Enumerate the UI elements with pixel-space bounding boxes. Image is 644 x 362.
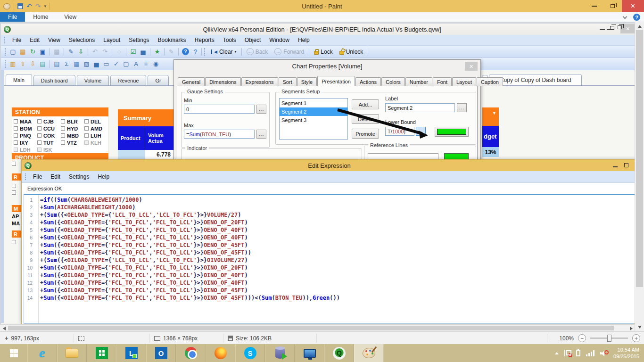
edit-note-icon[interactable]: ✎: [167, 47, 176, 56]
menu-reports[interactable]: Reports: [190, 37, 219, 43]
help-icon[interactable]: ?: [182, 48, 189, 55]
menu-tools[interactable]: Tools: [219, 37, 240, 43]
taskbar-remote-desktop[interactable]: [295, 344, 324, 362]
taskbar-chrome[interactable]: [176, 344, 206, 362]
horizontal-scrollbar[interactable]: [0, 324, 635, 331]
create-slider-icon[interactable]: ≡: [141, 59, 150, 68]
undo-icon[interactable]: ↶: [91, 47, 99, 56]
station-checkbox-ixy[interactable]: IXY: [14, 139, 37, 146]
sheet-tab-dash-board[interactable]: Dash board: [33, 75, 75, 85]
expression-text[interactable]: +Sum({<OILOAD_TYPE={'FCL_TO_FCL','FCL_TO…: [36, 295, 340, 302]
minimize-icon[interactable]: [613, 166, 618, 167]
close-button[interactable]: ×: [622, 0, 644, 12]
redo-icon[interactable]: ↷: [35, 3, 41, 9]
station-checkbox-ccu[interactable]: CCU: [37, 125, 61, 132]
vertical-scrollbar[interactable]: [635, 22, 644, 331]
taskbar-store[interactable]: [87, 344, 116, 362]
volume-muted-icon[interactable]: [600, 350, 608, 356]
taskbar-internet-explorer[interactable]: e: [27, 344, 57, 362]
checkbox-clipped[interactable]: [12, 240, 16, 244]
create-statistics-box-icon[interactable]: Σ: [62, 59, 71, 68]
create-current-selections-box-icon[interactable]: ✓: [112, 59, 121, 68]
taskbar-qlikview[interactable]: Q: [324, 344, 354, 362]
expression-text[interactable]: +(Sum({<OELOAD_TYPE={'LCL_TO_LCL','LCL_T…: [36, 212, 241, 219]
list-item-clipped[interactable]: MA: [12, 221, 20, 226]
create-table-box-icon[interactable]: ▦: [72, 59, 81, 68]
print-icon[interactable]: ▤: [52, 47, 61, 56]
segment-color-button[interactable]: [435, 127, 469, 137]
search-icon[interactable]: ○: [115, 47, 124, 56]
expression-text[interactable]: +Sum({<OELOAD_TYPE={'FCL_TO_FCL','FCL_TO…: [36, 227, 248, 234]
show-hidden-icons-icon[interactable]: [555, 352, 559, 354]
edit-expression-titlebar[interactable]: Q Edit Expression: [22, 160, 635, 171]
station-checkbox-pnq[interactable]: PNQ: [14, 132, 37, 139]
dialog-tab-dimensions[interactable]: Dimensions: [205, 77, 240, 86]
dialog-tab-sort[interactable]: Sort: [279, 77, 297, 86]
segment-item-segment-3[interactable]: Segment 3: [280, 116, 347, 124]
label-ellipsis-button[interactable]: ...: [457, 103, 467, 112]
max-input[interactable]: =Sum(BTON_TEU): [184, 130, 255, 139]
station-checkbox-isk[interactable]: ISK: [37, 146, 61, 153]
station-checkbox-tut[interactable]: TUT: [37, 139, 61, 146]
expression-text[interactable]: +Sum({<OILOAD_TYPE={'FCL_TO_FCL','FCL_TO…: [36, 280, 248, 287]
taskbar-file-explorer[interactable]: [57, 344, 87, 362]
dialog-tab-presentation[interactable]: Presentation: [317, 76, 355, 86]
station-checkbox-hyd[interactable]: HYD: [61, 125, 84, 132]
collapse-ribbon-icon[interactable]: [623, 14, 627, 19]
menu-help[interactable]: Help: [294, 37, 314, 43]
restore-button[interactable]: [603, 0, 622, 12]
help-icon[interactable]: ?: [633, 14, 640, 21]
add-bookmark-icon[interactable]: ★: [153, 47, 162, 56]
current-selections-icon[interactable]: ☑: [129, 47, 138, 56]
panel-header-clipped[interactable]: M: [12, 205, 21, 212]
create-button-icon[interactable]: ◉: [151, 59, 160, 68]
segment-item-segment-2[interactable]: Segment 2: [280, 107, 347, 116]
station-checkbox-klh[interactable]: KLH: [84, 139, 108, 146]
scroll-left-icon[interactable]: [3, 327, 6, 330]
product-panel-header[interactable]: PRODUCT: [12, 153, 108, 159]
station-checkbox-mbd[interactable]: MBD: [61, 132, 84, 139]
menu-settings[interactable]: Settings: [124, 37, 153, 43]
expression-text[interactable]: +Sum({<OILOAD_TYPE={'FCL_TO_FCL','FCL_TO…: [36, 264, 248, 272]
redo-icon[interactable]: ↷: [100, 47, 109, 56]
save-icon[interactable]: [17, 3, 23, 9]
forward-button[interactable]: → Forward: [271, 47, 307, 57]
menu-bookmarks[interactable]: Bookmarks: [154, 37, 190, 43]
product-checkbox-clipped[interactable]: [12, 162, 16, 166]
reload-icon[interactable]: ↻: [28, 47, 37, 56]
expression-text[interactable]: +Sum({<OELOAD_TYPE={'FCL_TO_FCL','FCL_TO…: [36, 219, 248, 227]
dialog-titlebar[interactable]: Chart Properties [Volume] ×: [174, 60, 480, 72]
max-ellipsis-button[interactable]: ...: [256, 130, 266, 139]
document-restore-icon[interactable]: [618, 25, 622, 29]
column-header-product[interactable]: Product: [118, 126, 145, 150]
ee-menu-settings[interactable]: Settings: [65, 173, 93, 180]
sheet-tab-main[interactable]: Main: [6, 74, 32, 85]
start-button[interactable]: [0, 344, 27, 362]
menu-layout[interactable]: Layout: [99, 37, 124, 43]
promote-segment-button[interactable]: Promote: [352, 129, 379, 139]
expression-text[interactable]: +Sum({<OELOAD_TYPE={'FCL_TO_FCL','FCL_TO…: [36, 249, 251, 257]
ribbon-tab-home[interactable]: Home: [25, 12, 56, 22]
summary-table-caption[interactable]: Summary: [118, 109, 173, 126]
menu-object[interactable]: Object: [240, 37, 265, 43]
paint-app-icon[interactable]: [3, 3, 10, 9]
ee-menu-help[interactable]: Help: [93, 173, 114, 180]
ribbon-tab-view[interactable]: View: [56, 12, 84, 22]
segment-item-segment-1[interactable]: Segment 1: [280, 99, 347, 107]
station-checkbox-cjb[interactable]: CJB: [37, 118, 61, 125]
list-item-clipped[interactable]: AP: [12, 214, 19, 219]
menu-file[interactable]: File: [8, 37, 25, 43]
quick-chart-icon[interactable]: ▅: [139, 47, 148, 56]
promote-sheet-icon[interactable]: ⇧: [18, 59, 27, 68]
menu-edit[interactable]: Edit: [25, 37, 44, 43]
paint-canvas[interactable]: Q QlikView x64 Personal Edition - [E:\QV…: [0, 22, 635, 324]
station-checkbox-blr[interactable]: BLR: [61, 118, 84, 125]
sheet-tab-volume[interactable]: Volume: [77, 75, 109, 85]
min-input[interactable]: 0: [184, 105, 255, 114]
expression-text[interactable]: +Sum({<OELOAD_TYPE={'FCL_TO_FCL','FCL_TO…: [36, 234, 248, 242]
zoom-out-button[interactable]: −: [578, 334, 586, 342]
taskbar-skype[interactable]: S: [235, 344, 265, 362]
station-checkbox-amd[interactable]: AMD: [84, 125, 108, 132]
scroll-down-icon[interactable]: [638, 326, 642, 329]
create-listbox-icon[interactable]: ▤: [52, 59, 61, 68]
